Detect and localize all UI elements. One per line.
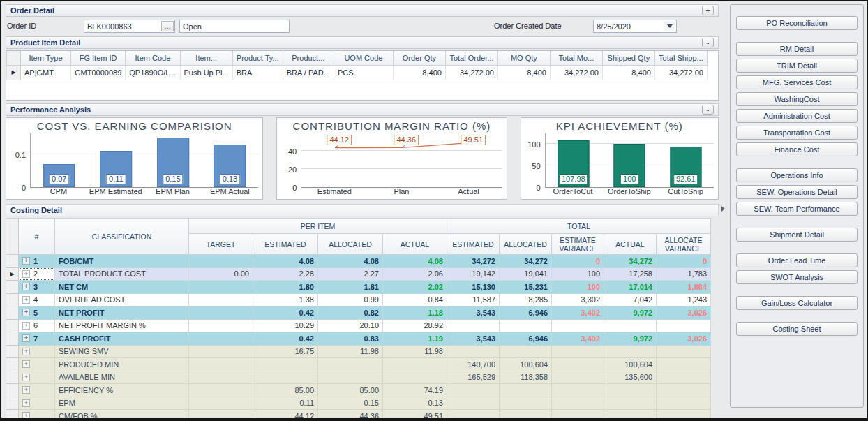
costing-cell[interactable]: 1,884 bbox=[657, 281, 711, 294]
classification-cell[interactable]: EPM bbox=[55, 397, 189, 410]
costing-cell[interactable] bbox=[189, 255, 253, 268]
costing-cell[interactable]: 44.36 bbox=[318, 410, 383, 421]
classification-cell[interactable]: AVAILABLE MIN bbox=[55, 371, 189, 384]
product-grid-cell[interactable]: 8,400 bbox=[393, 65, 445, 80]
sidebar-button-shipment-detail[interactable]: Shipment Detail bbox=[736, 228, 858, 242]
costing-cell[interactable] bbox=[604, 384, 657, 397]
sidebar-button-sew-operations-detail[interactable]: SEW. Operations Detail bbox=[736, 185, 858, 199]
product-grid-column-header[interactable]: UOM Code bbox=[334, 51, 393, 65]
costing-row[interactable]: +5NET PROFIT0.420.821.183,5436,9463,4029… bbox=[6, 306, 711, 320]
row-number-cell[interactable]: +3 bbox=[19, 281, 55, 294]
classification-cell[interactable]: SEWING SMV bbox=[55, 345, 189, 358]
row-number-cell[interactable]: +2 bbox=[19, 267, 55, 281]
row-number-cell[interactable]: +1 bbox=[19, 255, 55, 268]
row-number-cell[interactable]: + bbox=[19, 384, 55, 397]
row-number-cell[interactable]: + bbox=[19, 410, 55, 421]
sidebar-button-washingcost[interactable]: WashingCost bbox=[736, 92, 858, 106]
classification-cell[interactable]: NET CM bbox=[55, 281, 189, 294]
product-grid-column-header[interactable]: FG Item ID bbox=[71, 51, 126, 65]
classification-cell[interactable]: CM/FOB % bbox=[55, 410, 189, 421]
classification-cell[interactable]: NET PROFIT MARGIN % bbox=[55, 319, 189, 332]
costing-cell[interactable]: 6,946 bbox=[500, 332, 552, 346]
costing-cell[interactable]: 8,285 bbox=[500, 293, 552, 306]
costing-cell[interactable] bbox=[657, 371, 711, 384]
expand-icon[interactable]: + bbox=[22, 399, 30, 407]
sidebar-button-finance-cost[interactable]: Finance Cost bbox=[736, 142, 858, 156]
row-number-cell[interactable]: + bbox=[19, 358, 55, 371]
costing-cell[interactable]: 0.00 bbox=[189, 267, 253, 281]
sidebar-button-po-reconciliation[interactable]: PO Reconciliation bbox=[736, 16, 858, 30]
product-grid-cell[interactable]: Push Up Pl... bbox=[180, 65, 232, 80]
costing-cell[interactable] bbox=[657, 319, 711, 332]
costing-cell[interactable]: 3,302 bbox=[552, 293, 604, 306]
costing-cell[interactable] bbox=[657, 397, 711, 410]
costing-cell[interactable] bbox=[447, 410, 500, 421]
product-grid-column-header[interactable]: Total Shipp... bbox=[654, 51, 707, 65]
costing-cell[interactable]: 3,402 bbox=[552, 306, 604, 320]
costing-row[interactable]: +3NET CM1.801.812.0215,13015,23110017,01… bbox=[6, 281, 711, 294]
costing-cell[interactable]: 118,358 bbox=[500, 371, 552, 384]
costing-row[interactable]: +CM/FOB %44.1244.3649.51 bbox=[6, 410, 711, 421]
costing-cell[interactable] bbox=[500, 397, 552, 410]
costing-cell[interactable]: 3,026 bbox=[657, 332, 711, 346]
costing-cell[interactable]: 0.15 bbox=[318, 397, 383, 410]
order-id-field[interactable]: BLK0000863 … bbox=[84, 20, 175, 33]
product-grid-column-header[interactable]: Total Order... bbox=[445, 51, 497, 65]
costing-cell[interactable]: 165,529 bbox=[447, 371, 500, 384]
costing-cell[interactable]: 1.80 bbox=[253, 281, 318, 294]
classification-cell[interactable]: FOB/CMT bbox=[55, 255, 189, 268]
costing-cell[interactable]: 0.83 bbox=[318, 332, 383, 346]
sidebar-button-operations-info[interactable]: Operations Info bbox=[736, 168, 858, 182]
costing-cell[interactable] bbox=[604, 397, 657, 410]
costing-cell[interactable] bbox=[189, 293, 253, 306]
costing-row[interactable]: +6NET PROFIT MARGIN %10.2920.1028.92 bbox=[6, 319, 711, 332]
classification-cell[interactable]: OVERHEAD COST bbox=[55, 293, 189, 306]
costing-cell[interactable] bbox=[318, 358, 383, 371]
costing-cell[interactable]: 0.42 bbox=[253, 332, 318, 346]
costing-cell[interactable]: 2.28 bbox=[253, 267, 318, 281]
costing-cell[interactable]: 3,026 bbox=[657, 306, 711, 320]
costing-cell[interactable]: 100 bbox=[552, 281, 604, 294]
costing-cell[interactable]: 0.42 bbox=[253, 306, 318, 320]
row-number-cell[interactable]: + bbox=[19, 397, 55, 410]
costing-cell[interactable]: 16.75 bbox=[253, 345, 318, 358]
performance-analysis-collapse-button[interactable]: - bbox=[702, 105, 714, 115]
costing-cell[interactable] bbox=[189, 371, 253, 384]
costing-cell[interactable]: 2.06 bbox=[383, 267, 447, 281]
product-grid-cell[interactable]: 8,400 bbox=[602, 65, 654, 80]
costing-cell[interactable]: 100,604 bbox=[604, 358, 657, 371]
costing-cell[interactable]: 4.08 bbox=[253, 255, 318, 268]
product-grid-row[interactable]: ▶AP|GMTGMT0000089QP1890O/L...Push Up Pl.… bbox=[7, 65, 708, 80]
costing-cell[interactable]: 74.19 bbox=[383, 384, 447, 397]
costing-cell[interactable]: 49.51 bbox=[383, 410, 447, 421]
costing-cell[interactable]: 100,604 bbox=[500, 358, 552, 371]
product-grid-cell[interactable]: 34,272.00 bbox=[550, 65, 602, 80]
product-grid-column-header[interactable]: Order Qty bbox=[393, 51, 445, 65]
sidebar-button-administration-cost[interactable]: Administration Cost bbox=[736, 109, 858, 123]
product-grid-column-header[interactable]: Product... bbox=[283, 51, 334, 65]
costing-cell[interactable]: 1,243 bbox=[657, 293, 711, 306]
costing-cell[interactable] bbox=[552, 358, 604, 371]
costing-cell[interactable] bbox=[657, 410, 711, 421]
costing-cell[interactable] bbox=[189, 397, 253, 410]
sidebar-button-swot-analysis[interactable]: SWOT Analysis bbox=[736, 270, 858, 284]
costing-cell[interactable]: 34,272 bbox=[604, 255, 657, 268]
product-grid-cell[interactable]: 34,272.00 bbox=[445, 65, 497, 80]
costing-cell[interactable] bbox=[447, 345, 500, 358]
expand-icon[interactable]: + bbox=[22, 309, 30, 316]
sidebar-button-trim-detail[interactable]: TRIM Detail bbox=[736, 59, 858, 73]
costing-cell[interactable]: 28.92 bbox=[383, 319, 447, 332]
product-grid-column-header[interactable]: Product Ty... bbox=[232, 51, 283, 65]
costing-row[interactable]: +SEWING SMV16.7511.9811.98 bbox=[6, 345, 711, 358]
costing-cell[interactable]: 1.19 bbox=[383, 332, 447, 346]
product-grid-cell[interactable]: BRA bbox=[232, 65, 283, 80]
expand-icon[interactable]: + bbox=[22, 296, 30, 304]
row-number-cell[interactable]: + bbox=[19, 345, 55, 358]
costing-cell[interactable]: 34,272 bbox=[447, 255, 500, 268]
costing-cell[interactable] bbox=[604, 345, 657, 358]
costing-cell[interactable]: 0 bbox=[657, 255, 711, 268]
costing-cell[interactable] bbox=[189, 358, 253, 371]
order-status-field[interactable]: Open bbox=[179, 20, 290, 33]
costing-cell[interactable] bbox=[552, 384, 604, 397]
costing-cell[interactable]: 15,130 bbox=[447, 281, 500, 294]
